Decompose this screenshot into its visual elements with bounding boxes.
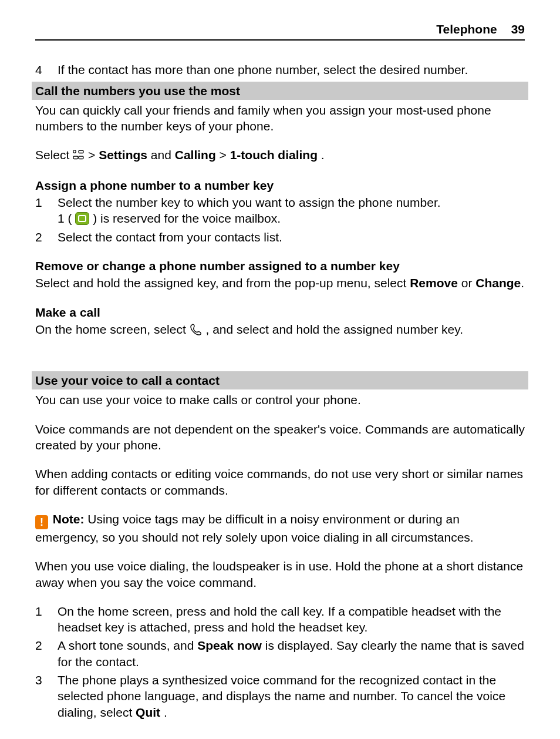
step-text: Select the contact from your contacts li… — [58, 229, 525, 245]
subheading-remove: Remove or change a phone number assigned… — [35, 258, 525, 274]
step-body: A short tone sounds, and Speak now is di… — [58, 637, 525, 670]
page: Telephone 39 4 If the contact has more t… — [0, 0, 560, 739]
warning-icon: ! — [35, 515, 48, 529]
text: Select — [35, 148, 73, 162]
svg-point-0 — [73, 150, 76, 153]
page-header: Telephone 39 — [35, 21, 525, 41]
text: . — [321, 148, 325, 162]
svg-rect-1 — [79, 150, 83, 153]
step-number: 1 — [35, 194, 58, 210]
note-text: Using voice tags may be difficult in a n… — [35, 512, 474, 544]
text: Select the number key to which you want … — [58, 196, 441, 209]
subheading-make-call: Make a call — [35, 304, 525, 320]
continued-step: 4 If the contact has more than one phone… — [35, 62, 525, 78]
text: , and select and hold the assigned numbe… — [205, 323, 463, 336]
note-label: Note: — [53, 512, 85, 526]
step-body: Select the number key to which you want … — [58, 194, 525, 227]
call-icon — [190, 323, 203, 340]
step-number: 2 — [35, 229, 58, 245]
paragraph: You can quickly call your friends and fa… — [35, 102, 525, 135]
menu-calling: Calling — [175, 148, 216, 162]
step-text: On the home screen, press and hold the c… — [58, 603, 525, 636]
header-page-number: 39 — [511, 21, 525, 37]
text: ) is reserved for the voice mailbox. — [93, 211, 281, 225]
select-path: Select > Settings and Calling > 1-touch … — [35, 147, 525, 164]
step-body: The phone plays a synthesized voice comm… — [58, 672, 525, 720]
text: or — [461, 276, 476, 290]
step-number: 1 — [35, 603, 58, 619]
paragraph: You can use your voice to make calls or … — [35, 392, 525, 408]
svg-rect-2 — [73, 156, 78, 159]
list-item: 1 Select the number key to which you wan… — [35, 194, 525, 227]
list-item: 3 The phone plays a synthesized voice co… — [35, 672, 525, 720]
list-item: 4 If the contact has more than one phone… — [35, 62, 525, 78]
step-number: 4 — [35, 62, 58, 78]
menu-change: Change — [475, 276, 521, 290]
list-item: 2 Select the contact from your contacts … — [35, 229, 525, 245]
text: On the home screen, select — [35, 323, 190, 336]
list-item: 2 A short tone sounds, and Speak now is … — [35, 637, 525, 670]
spacer — [35, 352, 525, 368]
paragraph: On the home screen, select , and select … — [35, 321, 525, 340]
section-heading-voice: Use your voice to call a contact — [32, 371, 528, 389]
note-block: ! Note: Using voice tags may be difficul… — [35, 511, 525, 545]
paragraph: Select and hold the assigned key, and fr… — [35, 275, 525, 291]
text: A short tone sounds, and — [58, 639, 197, 652]
bold-text: Speak now — [197, 639, 262, 652]
step-number: 3 — [35, 672, 58, 688]
text: Select and hold the assigned key, and fr… — [35, 276, 410, 290]
menu-settings: Settings — [99, 148, 147, 162]
paragraph: When you use voice dialing, the loudspea… — [35, 558, 525, 590]
menu-one-touch: 1-touch dialing — [230, 148, 318, 162]
text: > — [220, 148, 230, 162]
menu-icon — [73, 148, 85, 164]
assign-steps: 1 Select the number key to which you wan… — [35, 194, 525, 245]
step-text: If the contact has more than one phone n… — [58, 62, 525, 78]
text: The phone plays a synthesized voice comm… — [58, 673, 505, 719]
text: . — [521, 276, 524, 290]
text: and — [151, 148, 175, 162]
paragraph: When adding contacts or editing voice co… — [35, 466, 525, 498]
list-item: 1 On the home screen, press and hold the… — [35, 603, 525, 636]
section-heading-favorites: Call the numbers you use the most — [32, 82, 528, 100]
svg-rect-3 — [79, 156, 83, 159]
step-number: 2 — [35, 637, 58, 653]
voicemail-icon — [75, 212, 89, 225]
text: 1 ( — [58, 211, 72, 225]
header-title: Telephone — [436, 21, 497, 37]
subheading-assign: Assign a phone number to a number key — [35, 177, 525, 193]
text: . — [164, 706, 167, 719]
menu-remove: Remove — [410, 276, 458, 290]
paragraph: Voice commands are not dependent on the … — [35, 421, 525, 454]
bold-text: Quit — [136, 706, 160, 719]
text: > — [88, 148, 99, 162]
voice-steps: 1 On the home screen, press and hold the… — [35, 603, 525, 720]
